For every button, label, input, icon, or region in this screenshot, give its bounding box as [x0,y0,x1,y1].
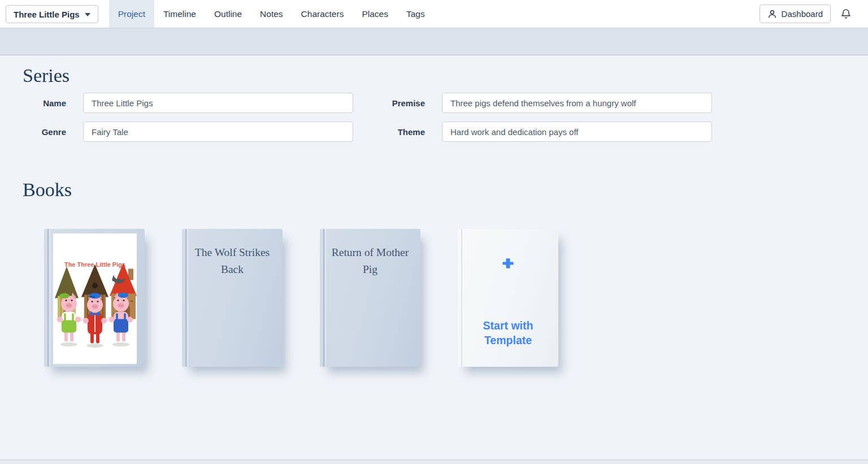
tab-label: Timeline [163,9,196,19]
premise-field-label: Premise [370,98,425,108]
project-page: Series Name Premise Genre Theme Books Th… [0,55,868,367]
dashboard-button-label: Dashboard [782,9,823,19]
user-icon [767,9,777,19]
tab-label: Project [118,9,145,19]
book-card-wolf-strikes-back[interactable]: The Wolf Strikes Back [182,229,283,367]
dashboard-button[interactable]: Dashboard [760,5,831,23]
book-cover-illustration: The Three Little Pigs [53,233,137,364]
tab-outline[interactable]: Outline [205,0,251,28]
book-card-three-little-pigs[interactable]: The Three Little Pigs [44,229,145,367]
topbar-right: Dashboard [760,0,868,28]
toolbar-strip [0,28,868,55]
tab-label: Places [362,9,388,19]
series-heading: Series [23,55,868,86]
book-card-return-of-mother-pig[interactable]: Return of Mother Pig [320,229,420,367]
book-title: The Wolf Strikes Back [182,229,283,278]
book-title: Return of Mother Pig [320,229,420,278]
main-tabs: Project Timeline Outline Notes Character… [109,0,434,28]
tab-label: Characters [301,9,344,19]
series-form: Name Premise Genre Theme [23,93,868,142]
project-selector-label: Three Little Pigs [14,10,80,19]
plus-icon [458,257,558,270]
theme-field[interactable] [442,122,712,142]
start-with-template-card[interactable]: Start with Template [458,229,558,367]
name-field-label: Name [23,98,66,108]
tab-notes[interactable]: Notes [251,0,292,28]
app-topbar: Three Little Pigs Project Timeline Outli… [0,0,868,28]
tab-characters[interactable]: Characters [292,0,353,28]
book-cover-image: The Three Little Pigs [53,233,137,364]
tab-project[interactable]: Project [109,0,154,28]
tab-label: Tags [406,9,425,19]
tab-places[interactable]: Places [353,0,397,28]
tab-timeline[interactable]: Timeline [154,0,205,28]
genre-field-label: Genre [23,127,66,137]
start-with-template-label: Start with Template [458,318,558,348]
genre-field[interactable] [83,122,353,142]
footer-bar [0,459,868,464]
tab-tags[interactable]: Tags [397,0,434,28]
tab-label: Outline [214,9,242,19]
premise-field[interactable] [442,93,712,113]
books-heading: Books [23,179,868,201]
name-field[interactable] [83,93,353,113]
caret-down-icon [85,13,90,16]
project-selector-dropdown[interactable]: Three Little Pigs [6,5,98,23]
books-row: The Three Little Pigs [44,229,868,367]
theme-field-label: Theme [370,127,425,137]
tab-label: Notes [260,9,283,19]
bell-icon[interactable] [840,8,852,20]
